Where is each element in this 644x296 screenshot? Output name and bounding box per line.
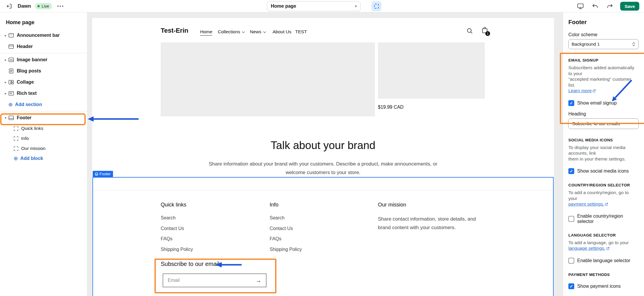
footer-link[interactable]: Search [161, 215, 193, 221]
checkbox-checked[interactable]: ✓ [568, 283, 574, 289]
inspector-icon [374, 4, 379, 9]
external-link-icon [592, 89, 596, 92]
undo-button[interactable] [591, 2, 600, 11]
footer-mission-text: Share contact information, store details… [378, 215, 502, 232]
sidebar-item-blog-posts[interactable]: Blog posts [0, 65, 87, 77]
caret-right-icon[interactable]: ▸ [3, 80, 8, 84]
footer-column-heading: Our mission [378, 201, 502, 208]
search-icon[interactable] [467, 28, 473, 34]
submit-arrow-icon[interactable]: → [255, 277, 261, 284]
block-icon [14, 146, 19, 151]
store-logo-text[interactable]: Test-Erin [161, 27, 188, 34]
divider [0, 53, 87, 53]
block-icon [14, 126, 19, 131]
social-media-description: To display your social media accounts, l… [568, 145, 639, 162]
section-icon [8, 44, 14, 49]
footer-link[interactable]: Shipping Policy [161, 247, 193, 252]
enable-country-selector-row[interactable]: Enable country/region selector [568, 214, 639, 224]
sidebar-block-quick-links[interactable]: Quick links [0, 123, 87, 133]
section-inspector-button[interactable] [371, 1, 381, 11]
sidebar-item-rich-text[interactable]: ▸ Rich text [0, 88, 87, 99]
page-selector-value: Home page [271, 4, 296, 9]
footer-column-info: Info Search Contact Us FAQs Shipping Pol… [270, 201, 302, 252]
footer-link[interactable]: FAQs [270, 236, 302, 242]
footer-column-our-mission: Our mission Share contact information, s… [378, 201, 502, 232]
device-preview-button[interactable] [576, 2, 585, 11]
email-input[interactable] [168, 278, 255, 283]
external-link-icon [605, 203, 608, 206]
sidebar-block-info[interactable]: Info [0, 133, 87, 143]
more-options-button[interactable] [56, 6, 64, 7]
footer-column-quick-links: Quick links Search Contact Us FAQs Shipp… [161, 201, 193, 252]
footer-link[interactable]: Shipping Policy [270, 247, 302, 252]
show-payment-icons-row[interactable]: ✓ Show payment icons [568, 283, 639, 289]
storefront-canvas[interactable]: Test-Erin Home Collections News About Us… [92, 18, 554, 296]
sidebar-item-announcement-bar[interactable]: ▸ Announcement bar [0, 30, 87, 41]
redo-button[interactable] [605, 2, 614, 11]
nav-link-home[interactable]: Home [200, 29, 212, 36]
section-icon [8, 68, 14, 74]
enable-language-selector-row[interactable]: Enable language selector [568, 258, 639, 264]
sidebar-item-header[interactable]: Header [0, 41, 87, 52]
desktop-icon [577, 3, 584, 10]
email-signup-description: Subscribers added automatically to your … [568, 65, 639, 94]
newsletter-heading: Subscribe to our emails [161, 261, 222, 267]
cart-bag-icon[interactable]: 1 [481, 27, 488, 34]
cart-count-badge: 1 [485, 31, 490, 36]
product-price: $19.99 CAD [378, 105, 404, 110]
undo-icon [592, 3, 598, 9]
sidebar-page-title: Home page [0, 12, 87, 30]
country-region-header: COUNTRY/REGION SELECTOR [568, 183, 639, 187]
footer-top-border [92, 190, 554, 190]
footer-link[interactable]: Contact Us [161, 226, 193, 231]
payment-methods-header: PAYMENT METHODS [568, 272, 639, 277]
add-section-button[interactable]: ⊕ Add section [0, 99, 87, 110]
language-settings-link[interactable]: language settings. [568, 246, 605, 251]
payment-settings-link[interactable]: payment settings. [568, 201, 604, 206]
chevron-down-icon [242, 30, 245, 33]
section-icon [8, 79, 14, 85]
sidebar-block-our-mission[interactable]: Our mission [0, 143, 87, 153]
caret-right-icon[interactable]: ▸ [3, 58, 8, 62]
caret-down-icon[interactable]: ▾ [3, 116, 8, 120]
sidebar-item-collage[interactable]: ▸ Collage [0, 77, 87, 88]
exit-icon [6, 3, 12, 9]
chevron-down-icon [263, 30, 266, 33]
footer-link[interactable]: FAQs [161, 236, 193, 242]
nav-link-about-us[interactable]: About Us [273, 29, 291, 34]
checkbox-checked[interactable]: ✓ [568, 100, 574, 106]
sidebar-item-footer[interactable]: ▾ Footer [0, 112, 87, 123]
sections-sidebar: Home page ▸ Announcement bar Header ▸ Im… [0, 12, 87, 296]
nav-link-test[interactable]: TEST [295, 29, 307, 34]
nav-link-collections[interactable]: Collections [218, 29, 244, 34]
heading-input[interactable] [568, 118, 639, 129]
nav-link-news[interactable]: News [250, 29, 265, 34]
checkbox-unchecked[interactable] [568, 216, 574, 222]
checkbox-checked[interactable]: ✓ [568, 168, 574, 174]
language-selector-header: LANGUAGE SELECTOR [568, 233, 639, 237]
save-button[interactable]: Save [620, 2, 639, 11]
settings-panel: Footer Color scheme Background 1 EMAIL S… [563, 12, 644, 296]
color-scheme-select[interactable]: Background 1 [568, 39, 639, 49]
heading-label: Heading [568, 111, 639, 117]
color-scheme-label: Color scheme [568, 32, 639, 37]
page-selector-dropdown[interactable]: Home page ▾ [267, 1, 361, 11]
collage-image-placeholder-left[interactable] [161, 42, 375, 116]
exit-editor-button[interactable] [5, 2, 14, 11]
theme-preview-area: Test-Erin Home Collections News About Us… [87, 12, 563, 296]
sidebar-item-image-banner[interactable]: ▸ Image banner [0, 54, 87, 65]
show-social-icons-row[interactable]: ✓ Show social media icons [568, 168, 639, 174]
external-link-icon [606, 247, 610, 250]
rich-text-heading[interactable]: Talk about your brand [92, 139, 554, 152]
section-icon [8, 90, 14, 96]
collage-image-placeholder-right[interactable] [378, 42, 485, 99]
learn-more-link[interactable]: Learn more [568, 88, 592, 93]
footer-link[interactable]: Contact Us [270, 226, 302, 231]
footer-selection-badge: Footer [93, 171, 113, 177]
checkbox-unchecked[interactable] [568, 258, 574, 264]
footer-link[interactable]: Search [270, 215, 302, 221]
caret-right-icon[interactable]: ▸ [3, 92, 8, 95]
caret-right-icon[interactable]: ▸ [3, 34, 8, 37]
add-block-button[interactable]: ⊕ Add block [0, 153, 87, 163]
show-email-signup-row[interactable]: ✓ Show email signup [568, 100, 639, 106]
